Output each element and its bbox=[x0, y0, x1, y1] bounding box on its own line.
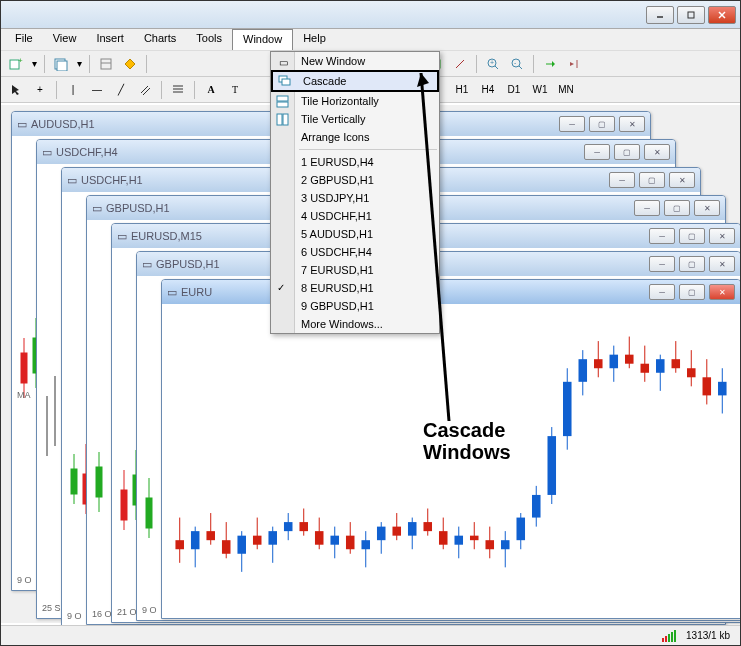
child-minimize-button[interactable]: ─ bbox=[584, 144, 610, 160]
menu-window-7[interactable]: 7 EURUSD,H1 bbox=[271, 261, 439, 279]
svg-rect-40 bbox=[21, 353, 27, 383]
menu-window-8[interactable]: ✓8 EURUSD,H1 bbox=[271, 279, 439, 297]
child-maximize-button[interactable]: ▢ bbox=[679, 228, 705, 244]
svg-rect-64 bbox=[146, 498, 152, 528]
svg-rect-118 bbox=[563, 382, 572, 436]
svg-rect-136 bbox=[703, 377, 712, 395]
svg-rect-94 bbox=[377, 527, 386, 541]
zoom-out-icon[interactable]: - bbox=[506, 54, 528, 74]
window-icon: ▭ bbox=[275, 54, 291, 70]
dropdown-arrow-icon[interactable]: ▾ bbox=[29, 54, 39, 74]
menu-cascade[interactable]: Cascade bbox=[271, 70, 439, 92]
timeframe-w1[interactable]: W1 bbox=[528, 80, 552, 100]
crosshair-icon[interactable]: + bbox=[29, 80, 51, 100]
menu-insert[interactable]: Insert bbox=[86, 29, 134, 50]
svg-rect-56 bbox=[96, 467, 102, 497]
child-maximize-button[interactable]: ▢ bbox=[679, 284, 705, 300]
svg-rect-34 bbox=[277, 96, 288, 101]
dropdown-arrow-icon[interactable]: ▾ bbox=[74, 54, 84, 74]
menu-window-4[interactable]: 4 USDCHF,H1 bbox=[271, 207, 439, 225]
text-icon[interactable]: T bbox=[224, 80, 246, 100]
profiles-icon[interactable] bbox=[50, 54, 72, 74]
menu-window-3[interactable]: 3 USDJPY,H1 bbox=[271, 189, 439, 207]
child-maximize-button[interactable]: ▢ bbox=[664, 200, 690, 216]
menu-more-windows[interactable]: More Windows... bbox=[271, 315, 439, 333]
cursor-icon[interactable] bbox=[5, 80, 27, 100]
svg-rect-130 bbox=[656, 359, 665, 373]
svg-rect-35 bbox=[277, 102, 288, 107]
svg-text:-: - bbox=[514, 59, 517, 66]
timeframe-mn[interactable]: MN bbox=[554, 80, 578, 100]
svg-rect-114 bbox=[532, 495, 541, 518]
window-menu-dropdown: ▭New Window Cascade Tile Horizontally Ti… bbox=[270, 51, 440, 334]
svg-marker-26 bbox=[12, 85, 19, 95]
svg-marker-10 bbox=[125, 59, 135, 69]
menu-window-9[interactable]: 9 GBPUSD,H1 bbox=[271, 297, 439, 315]
navigator-icon[interactable] bbox=[119, 54, 141, 74]
child-maximize-button[interactable]: ▢ bbox=[589, 116, 615, 132]
svg-rect-128 bbox=[641, 364, 650, 373]
check-icon: ✓ bbox=[277, 282, 285, 293]
horizontal-line-icon[interactable]: — bbox=[86, 80, 108, 100]
menu-arrange-icons[interactable]: Arrange Icons bbox=[271, 128, 439, 146]
maximize-button[interactable] bbox=[677, 6, 705, 24]
menu-tile-vertically[interactable]: Tile Vertically bbox=[271, 110, 439, 128]
market-watch-icon[interactable] bbox=[95, 54, 117, 74]
child-close-button[interactable]: ✕ bbox=[709, 284, 735, 300]
svg-rect-7 bbox=[57, 61, 67, 71]
child-minimize-button[interactable]: ─ bbox=[649, 256, 675, 272]
child-close-button[interactable]: ✕ bbox=[619, 116, 645, 132]
child-close-button[interactable]: ✕ bbox=[709, 228, 735, 244]
svg-rect-84 bbox=[299, 522, 308, 531]
template-icon[interactable] bbox=[449, 54, 471, 74]
child-maximize-button[interactable]: ▢ bbox=[639, 172, 665, 188]
menu-window[interactable]: Window bbox=[232, 29, 293, 50]
timeframe-h1[interactable]: H1 bbox=[450, 80, 474, 100]
timeframe-d1[interactable]: D1 bbox=[502, 80, 526, 100]
menu-charts[interactable]: Charts bbox=[134, 29, 186, 50]
fibonacci-icon[interactable] bbox=[167, 80, 189, 100]
svg-rect-90 bbox=[346, 536, 355, 550]
menu-tools[interactable]: Tools bbox=[186, 29, 232, 50]
new-chart-icon[interactable]: + bbox=[5, 54, 27, 74]
equidistant-channel-icon[interactable] bbox=[134, 80, 156, 100]
child-minimize-button[interactable]: ─ bbox=[649, 284, 675, 300]
svg-rect-132 bbox=[672, 359, 681, 368]
child-close-button[interactable]: ✕ bbox=[694, 200, 720, 216]
menu-window-5[interactable]: 5 AUDUSD,H1 bbox=[271, 225, 439, 243]
menu-file[interactable]: File bbox=[5, 29, 43, 50]
timeframe-h4[interactable]: H4 bbox=[476, 80, 500, 100]
menu-new-window[interactable]: ▭New Window bbox=[271, 52, 439, 70]
zoom-in-icon[interactable]: + bbox=[482, 54, 504, 74]
vertical-line-icon[interactable]: | bbox=[62, 80, 84, 100]
child-maximize-button[interactable]: ▢ bbox=[614, 144, 640, 160]
svg-rect-82 bbox=[284, 522, 293, 531]
child-minimize-button[interactable]: ─ bbox=[559, 116, 585, 132]
child-close-button[interactable]: ✕ bbox=[644, 144, 670, 160]
auto-scroll-icon[interactable] bbox=[563, 54, 585, 74]
child-close-button[interactable]: ✕ bbox=[669, 172, 695, 188]
child-close-button[interactable]: ✕ bbox=[709, 256, 735, 272]
svg-text:9 O: 9 O bbox=[67, 611, 82, 621]
trendline-icon[interactable]: ╱ bbox=[110, 80, 132, 100]
menu-view[interactable]: View bbox=[43, 29, 87, 50]
child-minimize-button[interactable]: ─ bbox=[634, 200, 660, 216]
shift-end-icon[interactable] bbox=[539, 54, 561, 74]
chart-canvas[interactable] bbox=[162, 304, 740, 618]
svg-rect-110 bbox=[501, 540, 510, 549]
menu-help[interactable]: Help bbox=[293, 29, 336, 50]
menu-window-1[interactable]: 1 EURUSD,H4 bbox=[271, 153, 439, 171]
svg-rect-36 bbox=[277, 114, 282, 125]
menu-bar: File View Insert Charts Tools Window Hel… bbox=[1, 29, 740, 51]
close-button[interactable] bbox=[708, 6, 736, 24]
menu-window-6[interactable]: 6 USDCHF,H4 bbox=[271, 243, 439, 261]
minimize-button[interactable] bbox=[646, 6, 674, 24]
menu-window-2[interactable]: 2 GBPUSD,H1 bbox=[271, 171, 439, 189]
text-label-icon[interactable]: A bbox=[200, 80, 222, 100]
child-maximize-button[interactable]: ▢ bbox=[679, 256, 705, 272]
child-minimize-button[interactable]: ─ bbox=[649, 228, 675, 244]
menu-tile-horizontally[interactable]: Tile Horizontally bbox=[271, 92, 439, 110]
tile-h-icon bbox=[275, 94, 291, 110]
chart-window-active[interactable]: ▭ EURU ─ ▢ ✕ bbox=[161, 279, 741, 619]
child-minimize-button[interactable]: ─ bbox=[609, 172, 635, 188]
